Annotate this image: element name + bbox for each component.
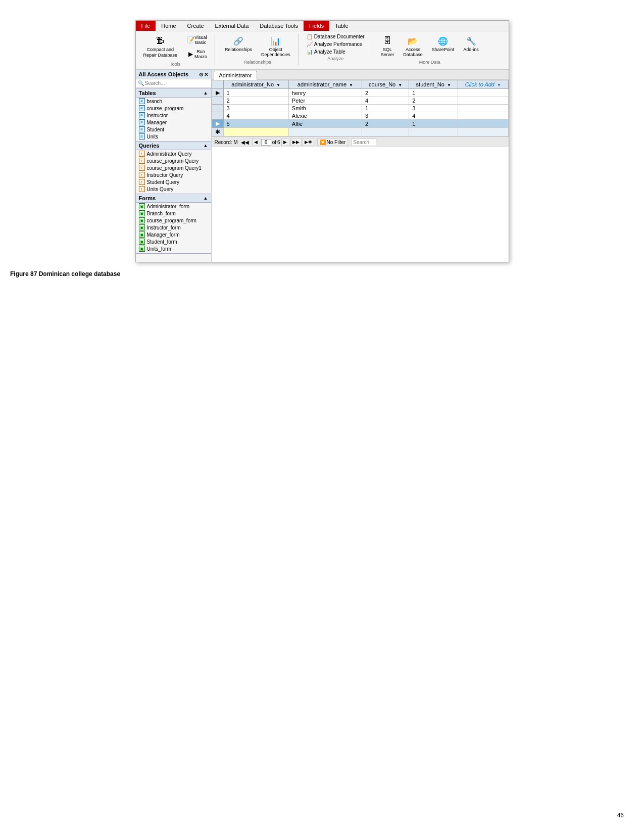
cell-student-no-2[interactable]: 2 <box>409 97 458 105</box>
cell-new-student-no[interactable] <box>409 128 458 136</box>
record-new-btn[interactable]: ▶✱ <box>303 138 314 146</box>
cell-course-no-3[interactable]: 1 <box>362 105 409 112</box>
nav-item-instructor[interactable]: ≡ Instructor <box>136 112 211 119</box>
nav-item-course-program[interactable]: ≡ course_program <box>136 105 211 112</box>
cell-admin-no-5[interactable]: 5 <box>223 120 288 128</box>
nav-item-units[interactable]: ≡ Units <box>136 133 211 140</box>
access-database-button[interactable]: 📂 AccessDatabase <box>400 33 426 59</box>
administrator-tab[interactable]: Administrator <box>214 71 258 80</box>
add-ins-button[interactable]: 🔧 Add-ins <box>460 33 482 54</box>
nav-section-forms[interactable]: Forms ▲ <box>136 194 211 203</box>
search-field[interactable] <box>351 138 376 146</box>
cell-student-no-1[interactable]: 1 <box>409 89 458 97</box>
tab-file[interactable]: File <box>136 21 156 31</box>
nav-item-instructor-query[interactable]: ! Instructor Query <box>136 171 211 178</box>
relationships-button[interactable]: 🔗 Relationships <box>221 33 256 54</box>
nav-item-course-program-query[interactable]: ! course_program Query <box>136 157 211 164</box>
object-dependencies-button[interactable]: 📊 ObjectDependencies <box>258 33 294 59</box>
table-row[interactable]: ▶ 1 henry 2 1 <box>212 89 508 97</box>
col-click-to-add[interactable]: Click to Add ▼ <box>458 80 508 89</box>
cell-course-no-5[interactable]: 2 <box>362 120 409 128</box>
no-filter-btn[interactable]: 🔽 No Filter <box>317 138 349 146</box>
col-administrator-name[interactable]: administrator_name ▼ <box>288 80 362 89</box>
record-prev-btn[interactable]: ◀ <box>252 138 260 146</box>
search-input[interactable] <box>145 80 209 86</box>
cell-admin-name-3[interactable]: Smith <box>288 105 362 112</box>
nav-item-course-program-query1[interactable]: ! course_program Query1 <box>136 164 211 171</box>
run-macro-button[interactable]: ▶ RunMacro <box>183 48 211 61</box>
cell-student-no-5[interactable]: 1 <box>409 120 458 128</box>
nav-item-student-query[interactable]: ! Student Query <box>136 178 211 186</box>
tab-home[interactable]: Home <box>156 21 181 31</box>
nav-item-instructor-form[interactable]: ▣ Instructor_form <box>136 224 211 231</box>
cell-admin-no-1[interactable]: 1 <box>223 89 288 97</box>
table-row[interactable]: 3 Smith 1 3 <box>212 105 508 112</box>
nav-item-branch[interactable]: ≡ branch <box>136 98 211 105</box>
nav-pane-close-btn[interactable]: ✕ <box>204 72 208 77</box>
cell-course-no-4[interactable]: 3 <box>362 112 409 120</box>
queries-section-chevron: ▲ <box>204 143 208 148</box>
nav-item-administrator-form[interactable]: ▣ Administrator_form <box>136 203 211 210</box>
cell-admin-no-3[interactable]: 3 <box>223 105 288 112</box>
cell-admin-name-2[interactable]: Peter <box>288 97 362 105</box>
nav-item-units-form[interactable]: ▣ Units_form <box>136 245 211 252</box>
nav-item-student-form[interactable]: ▣ Student_form <box>136 238 211 245</box>
col-administrator-no[interactable]: administrator_No ▼ <box>223 80 288 89</box>
record-total: 6 <box>277 140 280 145</box>
compact-repair-button[interactable]: 🗜 Compact andRepair Database <box>140 33 181 60</box>
col-student-no[interactable]: student_No ▼ <box>409 80 458 89</box>
analyze-table-button[interactable]: 📊 Analyze Table <box>305 49 367 55</box>
table-row-new[interactable]: ✱ <box>212 128 508 136</box>
col-click-to-add-label: Click to Add <box>465 81 494 87</box>
cell-admin-name-1[interactable]: henry <box>288 89 362 97</box>
cell-course-no-2[interactable]: 4 <box>362 97 409 105</box>
cell-admin-name-4[interactable]: Alexie <box>288 112 362 120</box>
relationships-label: Relationships <box>225 47 252 52</box>
cell-student-no-4[interactable]: 4 <box>409 112 458 120</box>
visual-basic-button[interactable]: 📝 VisualBasic <box>183 33 211 47</box>
nav-pane-collapse-btn[interactable]: ⊙ <box>199 72 203 77</box>
col-administrator-no-label: administrator_No <box>231 81 274 87</box>
cell-course-no-1[interactable]: 2 <box>362 89 409 97</box>
nav-item-administrator-query[interactable]: ! Administrator Query <box>136 150 211 157</box>
database-documenter-button[interactable]: 📋 Database Documenter <box>305 33 367 40</box>
sharepoint-button[interactable]: 🌐 SharePoint <box>428 33 458 54</box>
compact-repair-label: Compact andRepair Database <box>143 47 178 58</box>
nav-item-instructor-label: Instructor <box>147 113 168 118</box>
cell-admin-no-4[interactable]: 4 <box>223 112 288 120</box>
nav-item-branch-form[interactable]: ▣ Branch_form <box>136 210 211 217</box>
tab-table[interactable]: Table <box>329 21 354 31</box>
sql-server-button[interactable]: 🗄 SQLServer <box>377 33 398 59</box>
nav-item-manager-form[interactable]: ▣ Manager_form <box>136 231 211 238</box>
nav-item-manager[interactable]: ≡ Manager <box>136 119 211 126</box>
cell-empty-4 <box>458 112 508 120</box>
col-administrator-no-sort: ▼ <box>276 83 280 87</box>
tab-create[interactable]: Create <box>182 21 210 31</box>
nav-section-tables[interactable]: Tables ▲ <box>136 88 211 98</box>
table-row-selected[interactable]: ▶ 5 Alfie 2 1 <box>212 120 508 128</box>
table-row[interactable]: 2 Peter 4 2 <box>212 97 508 105</box>
analyze-performance-button[interactable]: 📈 Analyze Performance <box>305 41 367 48</box>
cell-admin-name-5[interactable]: Alfie <box>288 120 362 128</box>
tab-external-data[interactable]: External Data <box>210 21 255 31</box>
table-row[interactable]: 4 Alexie 3 4 <box>212 112 508 120</box>
cell-admin-no-2[interactable]: 2 <box>223 97 288 105</box>
record-next-end-btn[interactable]: ▶▶ <box>290 138 302 146</box>
record-next-btn[interactable]: ▶ <box>281 138 289 146</box>
cell-new-admin-no[interactable] <box>223 128 288 136</box>
nav-item-course-program-form[interactable]: ▣ course_program_form <box>136 217 211 224</box>
ribbon-content: 🗜 Compact andRepair Database 📝 VisualBas… <box>136 31 509 70</box>
tab-database-tools[interactable]: Database Tools <box>254 21 304 31</box>
record-current-input[interactable] <box>261 139 271 146</box>
col-course-no[interactable]: course_No ▼ <box>362 80 409 89</box>
cell-new-course-no[interactable] <box>362 128 409 136</box>
nav-item-administrator-form-label: Administrator_form <box>147 204 189 209</box>
tab-fields[interactable]: Fields <box>304 21 329 31</box>
nav-item-student[interactable]: ≡ Student <box>136 126 211 133</box>
cell-new-admin-name[interactable] <box>288 128 362 136</box>
cell-student-no-3[interactable]: 3 <box>409 105 458 112</box>
nav-section-queries[interactable]: Queries ▲ <box>136 141 211 150</box>
page-number: 46 <box>617 812 624 819</box>
nav-item-units-query[interactable]: ! Units Query <box>136 186 211 193</box>
nav-section-reports[interactable]: Reports ▲ <box>136 253 211 254</box>
